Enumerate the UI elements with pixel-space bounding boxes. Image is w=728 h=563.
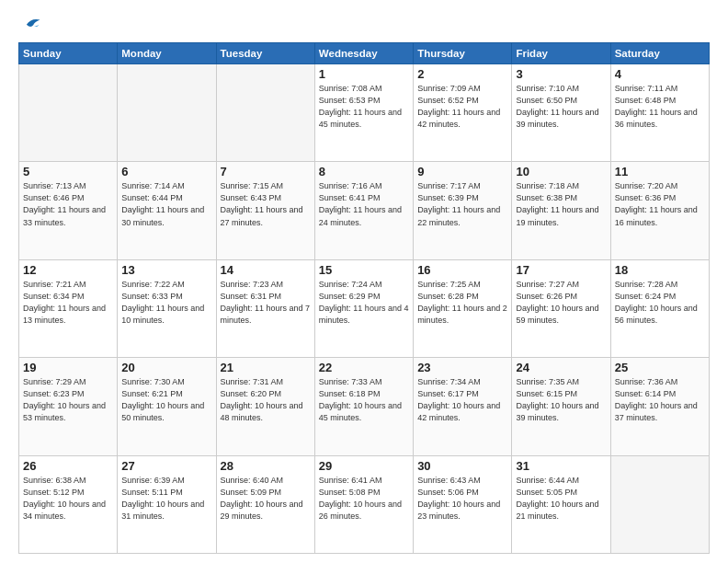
day-cell: 11Sunrise: 7:20 AMSunset: 6:36 PMDayligh… [610,162,709,259]
day-info: Sunrise: 7:18 AMSunset: 6:38 PMDaylight:… [516,180,606,228]
day-info: Sunrise: 7:30 AMSunset: 6:21 PMDaylight:… [121,376,211,424]
day-info: Sunrise: 7:34 AMSunset: 6:17 PMDaylight:… [417,376,507,424]
day-number: 19 [23,361,113,374]
day-cell: 30Sunrise: 6:43 AMSunset: 5:06 PMDayligh… [414,455,512,553]
day-number: 28 [221,459,311,473]
week-row-4: 19Sunrise: 7:29 AMSunset: 6:23 PMDayligh… [19,358,710,455]
day-cell: 27Sunrise: 6:39 AMSunset: 5:11 PMDayligh… [118,455,216,553]
day-cell: 28Sunrise: 6:40 AMSunset: 5:09 PMDayligh… [216,455,314,553]
day-cell: 6Sunrise: 7:14 AMSunset: 6:44 PMDaylight… [118,162,216,259]
day-number: 21 [221,361,311,374]
day-info: Sunrise: 7:36 AMSunset: 6:14 PMDaylight:… [615,376,705,424]
day-number: 23 [417,361,507,374]
day-cell: 3Sunrise: 7:10 AMSunset: 6:50 PMDaylight… [512,64,610,162]
day-cell: 24Sunrise: 7:35 AMSunset: 6:15 PMDayligh… [512,358,610,455]
day-info: Sunrise: 6:41 AMSunset: 5:08 PMDaylight:… [319,475,409,523]
logo-bird-icon [21,15,41,35]
week-row-3: 12Sunrise: 7:21 AMSunset: 6:34 PMDayligh… [19,259,710,357]
day-number: 2 [417,67,507,81]
day-cell: 16Sunrise: 7:25 AMSunset: 6:28 PMDayligh… [414,259,512,357]
day-info: Sunrise: 7:31 AMSunset: 6:20 PMDaylight:… [221,376,311,424]
day-number: 30 [417,459,507,473]
day-cell: 26Sunrise: 6:38 AMSunset: 5:12 PMDayligh… [19,455,118,553]
day-info: Sunrise: 6:39 AMSunset: 5:11 PMDaylight:… [121,475,211,523]
day-number: 1 [319,67,409,81]
day-number: 20 [121,361,211,374]
day-number: 17 [516,263,606,277]
day-cell: 25Sunrise: 7:36 AMSunset: 6:14 PMDayligh… [610,358,709,455]
day-number: 3 [516,67,606,81]
day-info: Sunrise: 7:23 AMSunset: 6:31 PMDaylight:… [221,279,311,327]
day-info: Sunrise: 7:14 AMSunset: 6:44 PMDaylight:… [121,180,211,228]
day-cell: 14Sunrise: 7:23 AMSunset: 6:31 PMDayligh… [216,259,314,357]
day-info: Sunrise: 7:29 AMSunset: 6:23 PMDaylight:… [23,376,113,424]
col-tuesday: Tuesday [216,43,314,64]
day-info: Sunrise: 6:38 AMSunset: 5:12 PMDaylight:… [23,475,113,523]
week-row-2: 5Sunrise: 7:13 AMSunset: 6:46 PMDaylight… [19,162,710,259]
day-header-row: Sunday Monday Tuesday Wednesday Thursday… [19,43,710,64]
day-number: 29 [319,459,409,473]
day-info: Sunrise: 7:21 AMSunset: 6:34 PMDaylight:… [23,279,113,327]
day-info: Sunrise: 7:17 AMSunset: 6:39 PMDaylight:… [417,180,507,228]
day-cell: 7Sunrise: 7:15 AMSunset: 6:43 PMDaylight… [216,162,314,259]
week-row-1: 1Sunrise: 7:08 AMSunset: 6:53 PMDaylight… [19,64,710,162]
day-info: Sunrise: 7:11 AMSunset: 6:48 PMDaylight:… [615,83,705,131]
day-info: Sunrise: 7:25 AMSunset: 6:28 PMDaylight:… [417,279,507,327]
day-cell: 22Sunrise: 7:33 AMSunset: 6:18 PMDayligh… [314,358,413,455]
day-number: 14 [221,263,311,277]
day-number: 27 [121,459,211,473]
day-info: Sunrise: 7:24 AMSunset: 6:29 PMDaylight:… [319,279,409,327]
day-number: 15 [319,263,409,277]
header [18,15,710,33]
day-number: 5 [23,165,113,178]
day-cell: 15Sunrise: 7:24 AMSunset: 6:29 PMDayligh… [314,259,413,357]
day-cell: 29Sunrise: 6:41 AMSunset: 5:08 PMDayligh… [314,455,413,553]
day-info: Sunrise: 6:40 AMSunset: 5:09 PMDaylight:… [221,475,311,523]
day-info: Sunrise: 7:35 AMSunset: 6:15 PMDaylight:… [516,376,606,424]
day-number: 31 [516,459,606,473]
col-saturday: Saturday [610,43,709,64]
day-cell: 10Sunrise: 7:18 AMSunset: 6:38 PMDayligh… [512,162,610,259]
col-monday: Monday [118,43,216,64]
col-friday: Friday [512,43,610,64]
day-cell: 13Sunrise: 7:22 AMSunset: 6:33 PMDayligh… [118,259,216,357]
day-info: Sunrise: 7:33 AMSunset: 6:18 PMDaylight:… [319,376,409,424]
day-cell [118,64,216,162]
day-number: 13 [121,263,211,277]
day-info: Sunrise: 7:28 AMSunset: 6:24 PMDaylight:… [615,279,705,327]
day-number: 16 [417,263,507,277]
day-cell [216,64,314,162]
col-thursday: Thursday [414,43,512,64]
calendar-table: Sunday Monday Tuesday Wednesday Thursday… [18,42,710,554]
day-info: Sunrise: 7:22 AMSunset: 6:33 PMDaylight:… [121,279,211,327]
col-sunday: Sunday [19,43,118,64]
day-cell: 19Sunrise: 7:29 AMSunset: 6:23 PMDayligh… [19,358,118,455]
day-number: 18 [615,263,705,277]
day-cell: 9Sunrise: 7:17 AMSunset: 6:39 PMDaylight… [414,162,512,259]
day-cell: 5Sunrise: 7:13 AMSunset: 6:46 PMDaylight… [19,162,118,259]
day-info: Sunrise: 7:15 AMSunset: 6:43 PMDaylight:… [221,180,311,228]
day-info: Sunrise: 7:09 AMSunset: 6:52 PMDaylight:… [417,83,507,131]
day-number: 8 [319,165,409,178]
day-cell: 18Sunrise: 7:28 AMSunset: 6:24 PMDayligh… [610,259,709,357]
week-row-5: 26Sunrise: 6:38 AMSunset: 5:12 PMDayligh… [19,455,710,553]
day-info: Sunrise: 7:20 AMSunset: 6:36 PMDaylight:… [615,180,705,228]
day-number: 22 [319,361,409,374]
day-info: Sunrise: 7:27 AMSunset: 6:26 PMDaylight:… [516,279,606,327]
day-number: 7 [221,165,311,178]
day-number: 6 [121,165,211,178]
day-number: 4 [615,67,705,81]
calendar-page: Sunday Monday Tuesday Wednesday Thursday… [0,0,728,563]
day-cell [19,64,118,162]
logo [18,15,41,33]
day-number: 26 [23,459,113,473]
day-cell: 1Sunrise: 7:08 AMSunset: 6:53 PMDaylight… [314,64,413,162]
day-cell: 2Sunrise: 7:09 AMSunset: 6:52 PMDaylight… [414,64,512,162]
day-cell: 31Sunrise: 6:44 AMSunset: 5:05 PMDayligh… [512,455,610,553]
day-info: Sunrise: 7:08 AMSunset: 6:53 PMDaylight:… [319,83,409,131]
day-cell: 20Sunrise: 7:30 AMSunset: 6:21 PMDayligh… [118,358,216,455]
day-number: 24 [516,361,606,374]
day-info: Sunrise: 7:10 AMSunset: 6:50 PMDaylight:… [516,83,606,131]
day-cell: 12Sunrise: 7:21 AMSunset: 6:34 PMDayligh… [19,259,118,357]
day-number: 12 [23,263,113,277]
